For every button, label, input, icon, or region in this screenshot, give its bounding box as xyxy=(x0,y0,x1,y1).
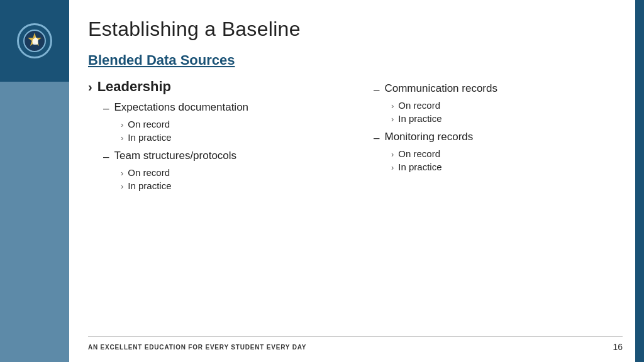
right-border xyxy=(635,0,644,362)
logo-circle xyxy=(17,23,52,58)
team-structures-group: – Team structures/protocols › On record … xyxy=(88,150,340,193)
footer-text: AN EXCELLENT EDUCATION FOR EVERY STUDENT… xyxy=(88,344,306,351)
level3-expectations-in-practice: › In practice xyxy=(121,132,340,145)
level3-arrow: › xyxy=(121,167,123,180)
level3-monitoring-on-record-label: On record xyxy=(398,148,440,159)
left-sidebar xyxy=(0,0,69,362)
level3-monitoring-on-record: › On record xyxy=(391,148,610,161)
level2-communication: – Communication records xyxy=(374,82,610,97)
level3-arrow: › xyxy=(121,132,123,145)
dash-icon: – xyxy=(374,82,379,97)
level1-leadership: › Leadership xyxy=(88,79,340,95)
level3-arrow: › xyxy=(391,148,394,161)
level1-arrow: › xyxy=(88,79,92,95)
level3-arrow: › xyxy=(391,162,394,174)
level2-monitoring-label: Monitoring records xyxy=(384,131,473,143)
level3-expectations-in-practice-label: In practice xyxy=(128,132,171,143)
sidebar-top xyxy=(0,0,69,82)
level3-monitoring-in-practice: › In practice xyxy=(391,162,610,174)
level3-comm-in-practice-label: In practice xyxy=(398,113,441,124)
level2-expectations: – Expectations documentation xyxy=(103,101,340,116)
level3-team-on-record-label: On record xyxy=(128,167,170,178)
footer: AN EXCELLENT EDUCATION FOR EVERY STUDENT… xyxy=(88,336,623,352)
level3-monitoring-in-practice-label: In practice xyxy=(398,162,441,172)
slide-title: Establishing a Baseline xyxy=(88,18,610,41)
level2-monitoring: – Monitoring records xyxy=(374,131,610,146)
dash-icon: – xyxy=(103,101,109,116)
level3-comm-in-practice: › In practice xyxy=(391,113,610,126)
level3-comm-on-record: › On record xyxy=(391,100,610,112)
content-columns: › Leadership – Expectations documentatio… xyxy=(88,79,610,349)
level3-arrow: › xyxy=(391,100,394,112)
level1-label: Leadership xyxy=(97,79,171,95)
sidebar-bottom xyxy=(0,82,69,362)
level3-team-on-record: › On record xyxy=(121,167,340,180)
level3-arrow: › xyxy=(391,113,394,126)
level2-team-structures-label: Team structures/protocols xyxy=(114,150,236,162)
column-right: – Communication records › On record › In… xyxy=(352,79,610,349)
level3-expectations-on-record-label: On record xyxy=(128,119,170,129)
footer-page-number: 16 xyxy=(613,342,623,352)
level2-team-structures: – Team structures/protocols xyxy=(103,150,340,165)
communication-group: – Communication records › On record › In… xyxy=(358,82,610,126)
monitoring-group: – Monitoring records › On record › In pr… xyxy=(358,131,610,174)
level3-arrow: › xyxy=(121,119,123,131)
section-heading: Blended Data Sources xyxy=(88,52,610,69)
dash-icon: – xyxy=(374,131,379,146)
column-left: › Leadership – Expectations documentatio… xyxy=(88,79,352,349)
level3-team-in-practice: › In practice xyxy=(121,180,340,193)
main-content: Establishing a Baseline Blended Data Sou… xyxy=(69,0,635,362)
expectations-group: – Expectations documentation › On record… xyxy=(88,101,340,145)
dash-icon: – xyxy=(103,150,109,165)
level2-communication-label: Communication records xyxy=(384,82,497,95)
level3-arrow: › xyxy=(121,180,123,193)
level2-expectations-label: Expectations documentation xyxy=(114,101,248,114)
level3-expectations-on-record: › On record xyxy=(121,119,340,131)
level3-team-in-practice-label: In practice xyxy=(128,180,171,191)
level3-comm-on-record-label: On record xyxy=(398,100,440,111)
